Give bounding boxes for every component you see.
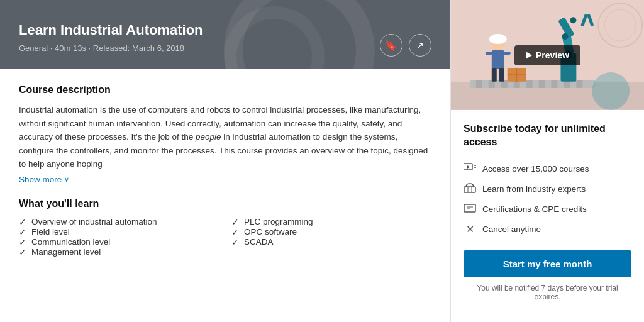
subscribe-title: Subscribe today for unlimited access xyxy=(464,123,631,149)
svg-marker-37 xyxy=(467,165,470,169)
learn-grid: ✓ Overview of industrial automation ✓ Fi… xyxy=(19,217,431,257)
hero-banner: Learn Industrial Automation General · 40… xyxy=(0,0,450,69)
experts-icon xyxy=(464,183,476,196)
list-item: ✕ Cancel anytime xyxy=(464,219,631,239)
list-item: ✓ OPC software xyxy=(231,227,431,237)
check-icon: ✓ xyxy=(231,227,239,237)
start-free-month-button[interactable]: Start my free month xyxy=(464,250,631,277)
description-paragraph: Industrial automation is the use of comp… xyxy=(19,103,431,171)
list-item: ✓ Communication level xyxy=(19,237,219,247)
cancel-icon: ✕ xyxy=(464,223,476,235)
check-icon: ✓ xyxy=(231,217,239,227)
check-icon: ✓ xyxy=(19,217,26,227)
list-item: Learn from industry experts xyxy=(464,179,631,199)
learn-col-2: ✓ PLC programming ✓ OPC software ✓ SCADA xyxy=(231,217,431,257)
feature-list: Access over 15,000 courses Learn from in… xyxy=(464,159,631,239)
check-icon: ✓ xyxy=(19,247,26,257)
course-meta: General · 40m 13s · Released: March 6, 2… xyxy=(19,43,431,53)
list-item: ✓ Overview of industrial automation xyxy=(19,217,219,227)
share-button[interactable]: ↗ xyxy=(409,34,431,57)
sidebar-body: Subscribe today for unlimited access Acc… xyxy=(451,110,644,322)
description-heading: Course description xyxy=(19,84,431,96)
bookmark-button[interactable]: 🔖 xyxy=(380,34,402,57)
svg-rect-38 xyxy=(464,187,475,192)
cta-note: You will be notified 7 days before your … xyxy=(464,284,631,301)
list-item: Access over 15,000 courses xyxy=(464,159,631,179)
chevron-down-icon: ∨ xyxy=(64,175,69,184)
svg-rect-41 xyxy=(464,204,475,212)
course-body: Course description Industrial automation… xyxy=(0,69,450,322)
list-item: ✓ SCADA xyxy=(231,237,431,247)
play-icon xyxy=(526,52,532,59)
check-icon: ✓ xyxy=(19,227,26,237)
learn-col-1: ✓ Overview of industrial automation ✓ Fi… xyxy=(19,217,219,257)
hero-actions: 🔖 ↗ xyxy=(380,34,431,57)
page-layout: Learn Industrial Automation General · 40… xyxy=(0,0,644,322)
bookmark-icon: 🔖 xyxy=(385,40,397,52)
main-content: Learn Industrial Automation General · 40… xyxy=(0,0,450,322)
learn-heading: What you'll learn xyxy=(19,198,431,209)
courses-icon xyxy=(464,163,476,175)
preview-card: Preview xyxy=(451,0,644,110)
show-more-button[interactable]: Show more ∨ xyxy=(19,175,69,184)
list-item: ✓ Management level xyxy=(19,247,219,257)
check-icon: ✓ xyxy=(231,237,239,247)
list-item: ✓ PLC programming xyxy=(231,217,431,227)
share-icon: ↗ xyxy=(416,40,424,50)
course-title: Learn Industrial Automation xyxy=(19,22,431,38)
check-icon: ✓ xyxy=(19,237,26,247)
certifications-icon xyxy=(464,203,476,216)
sidebar: Preview Subscribe today for unlimited ac… xyxy=(450,0,644,322)
preview-button[interactable]: Preview xyxy=(514,45,580,65)
learn-section: What you'll learn ✓ Overview of industri… xyxy=(19,198,431,257)
hero-text-group: Learn Industrial Automation General · 40… xyxy=(19,22,431,53)
list-item: Certifications & CPE credits xyxy=(464,199,631,219)
list-item: ✓ Field level xyxy=(19,227,219,237)
preview-overlay: Preview xyxy=(451,0,644,110)
